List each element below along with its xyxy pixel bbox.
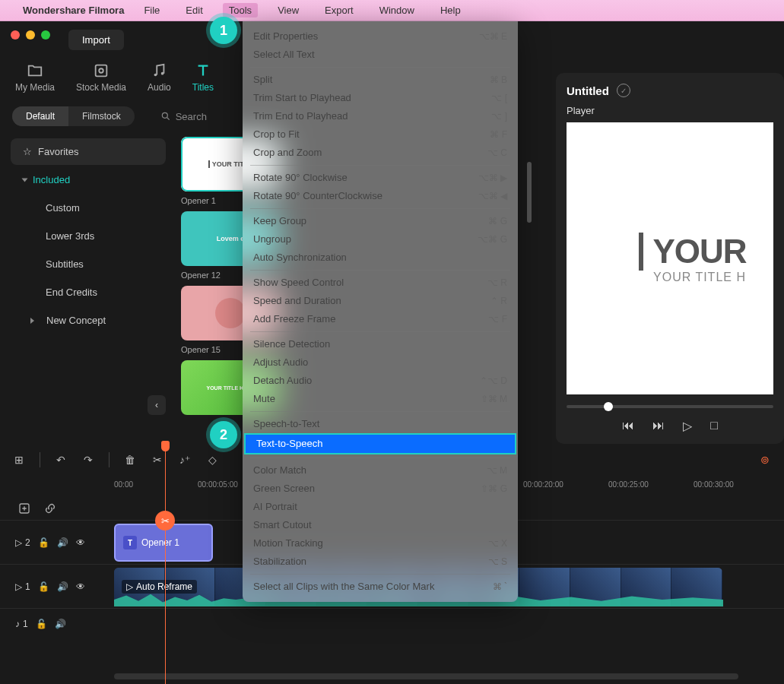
clip-label: Opener 1 <box>141 537 179 548</box>
lock-icon[interactable]: 🔓 <box>38 537 49 548</box>
menu-item-ai-portrait[interactable]: AI Portrait <box>243 498 518 516</box>
text-icon <box>195 62 211 79</box>
menu-item-text-to-speech[interactable]: Text-to-Speech <box>244 433 516 454</box>
step-back-button[interactable]: ⏭ <box>652 419 665 433</box>
menu-item-add-freeze-frame[interactable]: Add Freeze Frame⌥ F <box>243 310 518 328</box>
menu-item-smart-cutout[interactable]: Smart Cutout <box>243 516 518 534</box>
menu-item-speech-to-text[interactable]: Speech-to-Text <box>243 415 518 433</box>
menu-item-split[interactable]: Split⌘ B <box>243 71 518 89</box>
timeline-scrollbar[interactable] <box>114 673 738 679</box>
menu-item-label: Mute <box>253 392 275 406</box>
menu-item-keep-group[interactable]: Keep Group⌘ G <box>243 212 518 230</box>
menu-item-shortcut: ⌥⌘ G <box>478 233 507 246</box>
menu-separator <box>250 208 510 209</box>
menu-item-adjust-audio[interactable]: Adjust Audio <box>243 353 518 372</box>
menu-item-label: Motion Tracking <box>253 537 323 550</box>
player-panel: Untitled ✓ Player YOUR YOUR TITLE H ⏮ ⏭ … <box>556 73 784 444</box>
grid-icon[interactable]: ⊞ <box>12 453 26 467</box>
redo-button[interactable]: ↷ <box>81 453 95 467</box>
menu-help[interactable]: Help <box>434 3 467 17</box>
tag-button[interactable]: ◇ <box>205 453 219 467</box>
menu-export[interactable]: Export <box>319 3 360 17</box>
saved-indicator-icon: ✓ <box>617 84 630 97</box>
toggle-default[interactable]: Default <box>12 106 68 126</box>
menu-item-speed-and-duration[interactable]: Speed and Duration⌃ R <box>243 292 518 310</box>
menu-item-auto-synchronization[interactable]: Auto Synchronization <box>243 249 518 267</box>
visibility-icon[interactable]: 👁 <box>76 537 85 548</box>
menu-item-shortcut: ⌃⌥ D <box>480 374 507 388</box>
menu-item-edit-properties[interactable]: Edit Properties⌥⌘ E <box>243 27 518 46</box>
slider-knob[interactable] <box>604 402 613 411</box>
tools-menu-dropdown: Edit Properties⌥⌘ ESelect All TextSplit⌘… <box>243 21 518 602</box>
menu-item-trim-start-to-playhead[interactable]: Trim Start to Playhead⌥ [ <box>243 89 518 107</box>
menu-item-mute[interactable]: Mute⇧⌘ M <box>243 390 518 408</box>
menu-edit[interactable]: Edit <box>179 3 208 17</box>
menu-item-rotate-90-counterclockwise[interactable]: Rotate 90° CounterClockwise⌥⌘ ◀ <box>243 187 518 205</box>
mute-icon[interactable]: 🔊 <box>57 581 68 592</box>
add-track-icon[interactable] <box>18 502 30 515</box>
split-at-playhead-button[interactable]: ✂ <box>155 511 175 530</box>
menu-item-detach-audio[interactable]: Detach Audio⌃⌥ D <box>243 372 518 390</box>
toggle-filmstock[interactable]: Filmstock <box>68 106 135 126</box>
gallery-scrollbar[interactable] <box>527 162 532 223</box>
tab-stock-media[interactable]: Stock Media <box>76 62 126 93</box>
menu-view[interactable]: View <box>271 3 305 17</box>
sidebar-favorites[interactable]: ☆ Favorites <box>11 138 166 165</box>
sidebar-included[interactable]: Included <box>11 166 166 193</box>
menu-item-stabilization[interactable]: Stabilization⌥ S <box>243 553 518 571</box>
delete-button[interactable]: 🗑 <box>123 453 137 467</box>
menu-item-motion-tracking[interactable]: Motion Tracking⌥ X <box>243 534 518 553</box>
stop-button[interactable]: □ <box>710 419 718 433</box>
menu-item-select-all-text[interactable]: Select All Text <box>243 46 518 64</box>
sidebar-collapse-button[interactable]: ‹ <box>148 395 166 415</box>
menu-item-label: AI Portrait <box>253 500 297 514</box>
menu-item-ungroup[interactable]: Ungroup⌥⌘ G <box>243 230 518 249</box>
render-button[interactable]: ⊚ <box>758 453 772 467</box>
menu-item-select-all-clips-with-the-same-color-mark[interactable]: Select all Clips with the Same Color Mar… <box>243 578 518 596</box>
visibility-icon[interactable]: 👁 <box>76 581 85 592</box>
menu-item-rotate-90-clockwise[interactable]: Rotate 90° Clockwise⌥⌘ ▶ <box>243 169 518 187</box>
film-icon <box>93 62 110 79</box>
lock-icon[interactable]: 🔓 <box>38 581 49 592</box>
menu-item-silence-detection[interactable]: Silence Detection <box>243 335 518 353</box>
tab-titles[interactable]: Titles <box>192 62 214 93</box>
project-title[interactable]: Untitled <box>567 84 609 97</box>
link-icon[interactable] <box>44 502 56 515</box>
tab-audio[interactable]: Audio <box>148 62 171 93</box>
cut-button[interactable]: ✂ <box>151 453 164 467</box>
playback-slider[interactable] <box>567 405 773 408</box>
sidebar-item-end-credits[interactable]: End Credits <box>11 279 166 306</box>
sidebar-item-lower-3rds[interactable]: Lower 3rds <box>11 223 166 249</box>
menu-item-crop-and-zoom[interactable]: Crop and Zoom⌥ C <box>243 144 518 162</box>
sidebar-label: Lower 3rds <box>46 230 94 242</box>
lock-icon[interactable]: 🔓 <box>36 619 47 629</box>
menu-window[interactable]: Window <box>373 3 421 17</box>
sidebar: ☆ Favorites Included Custom Lower 3rds S… <box>0 132 173 421</box>
track-number: 2 <box>25 537 30 548</box>
maximize-window-button[interactable] <box>41 30 50 40</box>
mute-icon[interactable]: 🔊 <box>57 537 68 548</box>
close-window-button[interactable] <box>11 30 20 40</box>
preview-canvas[interactable]: YOUR YOUR TITLE H <box>567 122 773 394</box>
sidebar-item-custom[interactable]: Custom <box>11 195 166 221</box>
sidebar-item-new-concept[interactable]: New Concept <box>11 307 166 334</box>
playhead[interactable] <box>165 444 166 684</box>
search-box[interactable]: Search <box>160 111 207 122</box>
import-button[interactable]: Import <box>68 30 124 50</box>
menu-tools[interactable]: Tools <box>223 3 258 17</box>
menu-item-show-speed-control[interactable]: Show Speed Control⌥ R <box>243 274 518 292</box>
undo-button[interactable]: ↶ <box>54 453 68 467</box>
source-toggle[interactable]: Default Filmstock <box>12 106 135 126</box>
menu-item-color-match[interactable]: Color Match⌥ M <box>243 461 518 480</box>
minimize-window-button[interactable] <box>26 30 35 40</box>
menu-item-crop-to-fit[interactable]: Crop to Fit⌘ F <box>243 125 518 144</box>
sidebar-item-subtitles[interactable]: Subtitles <box>11 251 166 277</box>
speed-button[interactable]: ♪⁺ <box>178 453 192 467</box>
play-button[interactable]: ▷ <box>683 419 692 433</box>
tab-my-media[interactable]: My Media <box>15 62 55 93</box>
mute-icon[interactable]: 🔊 <box>55 619 66 629</box>
menu-item-green-screen[interactable]: Green Screen⇧⌘ G <box>243 480 518 498</box>
prev-frame-button[interactable]: ⏮ <box>622 419 634 433</box>
menu-file[interactable]: File <box>138 3 166 17</box>
menu-item-trim-end-to-playhead[interactable]: Trim End to Playhead⌥ ] <box>243 107 518 125</box>
